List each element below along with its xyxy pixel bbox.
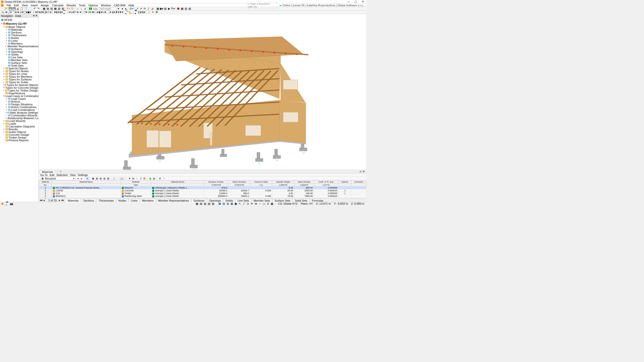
menu-view[interactable]: View	[20, 4, 29, 7]
settings-button[interactable]: ⚙	[155, 11, 158, 14]
menu-window[interactable]: Window	[99, 4, 112, 7]
tree-openings[interactable]: ▸Openings	[0, 50, 38, 53]
loads-toggle[interactable]: ⬇▾	[67, 7, 70, 10]
fillet-button[interactable]: ⌐▾	[78, 11, 82, 14]
sb-snap3[interactable]: ⊟	[226, 202, 229, 205]
view-3d[interactable]	[39, 14, 366, 170]
tb-b5[interactable]: ▨	[107, 177, 110, 180]
result-n[interactable]: ⇗	[139, 7, 143, 10]
select-all[interactable]: ⊡▾	[138, 11, 141, 14]
iso-button[interactable]: ▦	[156, 7, 159, 10]
tree-design-situations[interactable]: ▸Design Situations	[0, 103, 38, 106]
move-button[interactable]: ↔▾	[33, 11, 36, 14]
mirror-button[interactable]: ⇄▾	[41, 11, 44, 14]
undo-button[interactable]: ↶	[33, 7, 36, 10]
tree-static-analysis-settings[interactable]: ▸Static Analysis Settings	[0, 111, 38, 114]
tb-export[interactable]: ▤	[153, 177, 156, 180]
load-memb[interactable]: ⬇▾	[116, 11, 119, 14]
tab-line-sets[interactable]: Line Sets	[235, 199, 251, 202]
join-button[interactable]: ∪▾	[71, 11, 74, 14]
redo-button[interactable]: ↷	[37, 7, 40, 10]
tree-types-for-timber-design[interactable]: ▸Types for Timber Design	[0, 89, 38, 92]
lc-dropdown[interactable]: ▾	[117, 7, 120, 10]
divide-button[interactable]: ⋮▾	[52, 11, 55, 14]
find-button[interactable]: 🔍▾	[125, 11, 128, 14]
sb-vis2[interactable]: ▤	[199, 202, 203, 205]
tb-help[interactable]: ?	[162, 177, 165, 180]
status-cam[interactable]: 📷	[10, 202, 13, 205]
sb-snap4[interactable]: ⊠	[230, 202, 233, 205]
close-button[interactable]: ✕	[360, 0, 365, 3]
sb-snap9[interactable]: ⟳	[250, 202, 253, 205]
tab-surfaces[interactable]: Surfaces	[191, 199, 207, 202]
tb-b2[interactable]: ▧	[96, 177, 99, 180]
release-button[interactable]: ◐▾	[99, 11, 102, 14]
check-button[interactable]: ✓	[147, 11, 151, 14]
navigator-root[interactable]: ▦RFEM	[0, 18, 38, 22]
material-row-2[interactable]: 2C25/30ConcreteIsotropic | Linear Elasti…	[39, 189, 366, 192]
tree-member-sets[interactable]: Member Sets	[0, 59, 38, 61]
tree-calculation-diagrams[interactable]: Calculation Diagrams	[0, 125, 38, 128]
tree-sections[interactable]: ▸Sections	[0, 31, 38, 34]
menu-insert[interactable]: Insert	[29, 4, 39, 7]
sb-snap10[interactable]: ⊕	[254, 202, 257, 205]
print-setup-button[interactable]: 📋	[20, 7, 23, 10]
sb-snap8[interactable]: ⊙	[246, 202, 249, 205]
load-node[interactable]: ↓▾	[108, 11, 111, 14]
next-page[interactable]: ▸	[58, 199, 61, 202]
structure-selector[interactable]: ▦ Structure ▾	[40, 177, 76, 180]
solid-button[interactable]: ▣▾	[27, 11, 31, 14]
calc-button[interactable]: ⚙▾	[130, 7, 133, 10]
design-s[interactable]: ▥	[184, 7, 188, 10]
dim-toggle[interactable]: ↔	[76, 7, 79, 10]
sb-vis4[interactable]: ▧	[208, 202, 211, 205]
offset-button[interactable]: ∥▾	[44, 11, 48, 14]
tb-del2[interactable]: ▢→	[122, 177, 125, 180]
tb-func[interactable]: f	[139, 177, 142, 180]
tree-types-for-special-objects[interactable]: ▸Types for Special Objects	[0, 83, 38, 86]
sb-vis5[interactable]: ▨	[212, 202, 215, 205]
tb-sort[interactable]: ↕	[136, 177, 139, 180]
hinge-button[interactable]: ○▾	[95, 11, 98, 14]
lc-desc[interactable]: Self weight	[99, 7, 116, 10]
view-trans-button[interactable]: ▥	[50, 7, 53, 10]
tree-timber-design[interactable]: Timber Design	[0, 136, 38, 139]
tree-load-wizards[interactable]: ▸Load Wizards	[0, 119, 38, 122]
sb-snap13[interactable]: ⊻	[266, 202, 269, 205]
intersect-button[interactable]: ⊗▾	[59, 11, 63, 14]
trim-button[interactable]: ✂▾	[63, 11, 66, 14]
delete-button[interactable]: ✕	[151, 11, 154, 14]
tree-guide-objects[interactable]: ▸Guide Objects	[0, 130, 38, 133]
result-m[interactable]: ⟳	[143, 7, 146, 10]
sb-snap5[interactable]: ▣	[234, 202, 237, 205]
tree-action-combinations[interactable]: ▸Action Combinations	[0, 106, 38, 108]
tree-types-for-solids[interactable]: ▸Types for Solids	[0, 81, 38, 83]
panel-menu-settings[interactable]: Settings	[78, 173, 88, 176]
support-node[interactable]: ▽▾	[84, 11, 87, 14]
tb-b1[interactable]: ▦	[92, 177, 95, 180]
menu-assign[interactable]: Assign	[39, 4, 51, 7]
supports-toggle[interactable]: ▽	[70, 7, 74, 10]
sb-snap7[interactable]: ╱	[242, 202, 245, 205]
tree-types-for-concrete-design[interactable]: ▸Types for Concrete Design	[0, 86, 38, 89]
tb-color[interactable]: 🎨	[143, 177, 146, 180]
stop-button[interactable]: ⬣	[177, 7, 180, 10]
sb-vis1[interactable]: ▦	[195, 202, 198, 205]
tab-thicknesses[interactable]: Thicknesses	[96, 199, 116, 202]
nav-close[interactable]: ✕	[35, 14, 37, 17]
panel-menu-go-to[interactable]: Go To	[40, 173, 48, 176]
tb-b4[interactable]: ▥	[103, 177, 106, 180]
opening-button[interactable]: ▢▾	[24, 11, 27, 14]
tree-thicknesses[interactable]: ▸Thicknesses	[0, 34, 38, 36]
select-button[interactable]: ▭	[1, 11, 4, 14]
tree-types-for-surfaces[interactable]: ▸Types for Surfaces	[0, 78, 38, 81]
app-menu-icon[interactable]	[1, 4, 4, 7]
design-t[interactable]: ▤	[188, 7, 191, 10]
node-button[interactable]: •▾	[5, 11, 8, 14]
status-cs[interactable]: CS: Global XYZ	[277, 202, 299, 205]
save-button[interactable]: 💾	[9, 7, 12, 10]
print-button[interactable]: 🖨	[16, 7, 19, 10]
tb-next[interactable]: ▸	[80, 177, 83, 180]
menu-options[interactable]: Options	[87, 4, 99, 7]
result-v[interactable]: ⤴	[147, 7, 150, 10]
